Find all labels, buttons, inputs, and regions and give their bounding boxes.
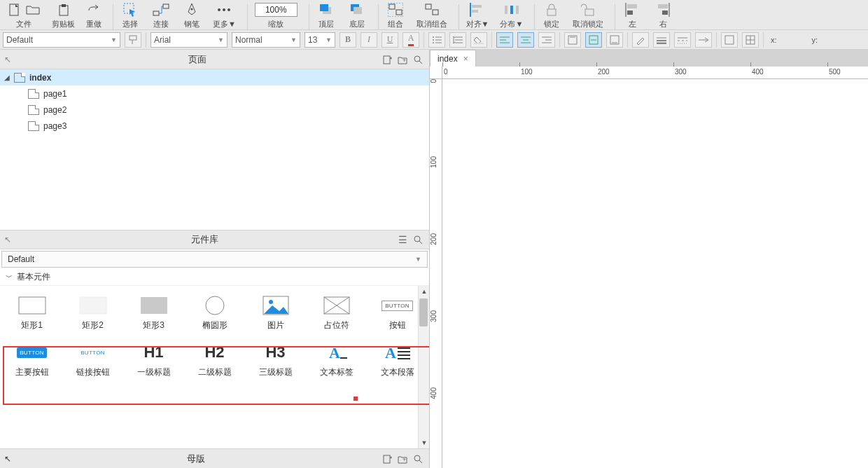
widget-placeholder[interactable]: 占位符 bbox=[306, 291, 367, 338]
widget-text-label[interactable]: A文本标签 bbox=[306, 338, 367, 385]
redo-group[interactable]: 重做 bbox=[83, 1, 104, 29]
ruler-horizontal: 0 100 200 300 400 500 bbox=[442, 67, 868, 79]
back-label: 底层 bbox=[349, 19, 365, 29]
library-scrollbar[interactable]: ▲ ▼ bbox=[418, 286, 429, 448]
lock-group[interactable]: 锁定 bbox=[539, 1, 564, 29]
close-tab-icon[interactable]: × bbox=[463, 54, 468, 64]
text-align-left-button[interactable] bbox=[496, 32, 513, 48]
pages-tree: ◢ index page1 page2 page3 bbox=[0, 69, 429, 230]
lock-icon bbox=[542, 1, 561, 18]
collapse-icon[interactable]: ↖ bbox=[4, 235, 14, 245]
widget-ellipse[interactable]: 椭圆形 bbox=[184, 291, 245, 338]
widget-rect3[interactable]: 矩形3 bbox=[123, 291, 184, 338]
canvas-tab-index[interactable]: index × bbox=[430, 50, 476, 67]
align-label: 对齐▼ bbox=[466, 19, 489, 29]
add-page-button[interactable] bbox=[380, 53, 394, 67]
fill-color-button[interactable] bbox=[470, 32, 487, 48]
connect-group[interactable]: 连接 bbox=[148, 1, 174, 29]
outer-border-button[interactable] bbox=[721, 32, 738, 48]
svg-rect-24 bbox=[516, 6, 519, 14]
back-group[interactable]: 底层 bbox=[344, 1, 370, 29]
text-align-right-button[interactable] bbox=[538, 32, 555, 48]
collapse-icon[interactable]: ↖ bbox=[4, 454, 11, 464]
inner-border-button[interactable] bbox=[742, 32, 759, 48]
widget-primary-button[interactable]: BUTTON主要按钮 bbox=[1, 338, 62, 385]
library-preset-select[interactable]: Default▼ bbox=[1, 251, 428, 268]
svg-text:A: A bbox=[385, 344, 396, 361]
page-label: page3 bbox=[43, 121, 66, 131]
more-group[interactable]: 更多▼ bbox=[210, 1, 239, 29]
widget-link-button[interactable]: BUTTON链接按钮 bbox=[62, 338, 123, 385]
library-grid: 矩形1 矩形2 矩形3 椭圆形 图片 占位符 BUTTON按钮 BUTTON主要… bbox=[0, 286, 429, 391]
valign-bottom-button[interactable] bbox=[606, 32, 623, 48]
tree-toggle-icon[interactable]: ◢ bbox=[4, 74, 14, 81]
select-group[interactable]: 选择 bbox=[118, 1, 143, 29]
border-width-button[interactable] bbox=[653, 32, 670, 48]
ungroup-label: 取消组合 bbox=[416, 19, 447, 29]
group-group[interactable]: 组合 bbox=[383, 1, 408, 29]
border-style-button[interactable] bbox=[674, 32, 691, 48]
group-icon bbox=[386, 1, 405, 18]
text-align-center-button[interactable] bbox=[517, 32, 534, 48]
font-size-select[interactable]: 13▼ bbox=[304, 32, 335, 48]
valign-middle-button[interactable] bbox=[585, 32, 602, 48]
zoom-value[interactable]: 100% bbox=[255, 3, 298, 17]
page-row-page2[interactable]: page2 bbox=[0, 102, 429, 118]
widget-image[interactable]: 图片 bbox=[245, 291, 306, 338]
search-pages-button[interactable] bbox=[411, 53, 425, 67]
align-right-group[interactable]: 右 bbox=[650, 1, 676, 29]
page-row-page3[interactable]: page3 bbox=[0, 118, 429, 134]
page-row-page1[interactable]: page1 bbox=[0, 85, 429, 102]
collapse-icon[interactable]: ↖ bbox=[4, 55, 14, 64]
widget-rect1[interactable]: 矩形1 bbox=[1, 291, 62, 338]
unlock-group[interactable]: 取消锁定 bbox=[570, 1, 606, 29]
widget-rect2[interactable]: 矩形2 bbox=[62, 291, 123, 338]
widget-h3[interactable]: H3三级标题 bbox=[245, 338, 306, 385]
font-weight-select[interactable]: Normal▼ bbox=[232, 32, 300, 48]
add-master-button[interactable] bbox=[380, 452, 394, 466]
search-library-button[interactable] bbox=[411, 233, 425, 247]
zoom-group[interactable]: 100% 缩放 bbox=[252, 1, 300, 29]
add-folder-button[interactable]: + bbox=[396, 53, 410, 67]
search-master-button[interactable] bbox=[411, 452, 425, 466]
valign-top-button[interactable] bbox=[564, 32, 581, 48]
page-label: page1 bbox=[43, 89, 66, 99]
align-group[interactable]: 对齐▼ bbox=[463, 1, 492, 29]
library-menu-button[interactable]: ☰ bbox=[396, 233, 410, 247]
ungroup-group[interactable]: 取消组合 bbox=[414, 1, 450, 29]
distribute-label: 分布▼ bbox=[500, 19, 523, 29]
arrow-style-button[interactable] bbox=[695, 32, 712, 48]
scroll-down-icon[interactable]: ▼ bbox=[419, 437, 429, 448]
widget-h2[interactable]: H2二级标题 bbox=[184, 338, 245, 385]
scroll-thumb[interactable] bbox=[419, 298, 428, 326]
front-group[interactable]: 顶层 bbox=[314, 1, 339, 29]
bold-button[interactable]: B bbox=[340, 32, 356, 48]
italic-button[interactable]: I bbox=[360, 32, 377, 48]
border-color-button[interactable] bbox=[632, 32, 649, 48]
scroll-up-icon[interactable]: ▲ bbox=[419, 286, 429, 297]
text-color-button[interactable]: A bbox=[402, 32, 419, 48]
svg-point-81 bbox=[269, 300, 273, 304]
canvas-area[interactable] bbox=[442, 79, 868, 468]
svg-rect-28 bbox=[627, 11, 633, 15]
file-group[interactable]: 文件 bbox=[4, 1, 43, 29]
line-height-button[interactable] bbox=[449, 32, 466, 48]
pen-group[interactable]: 钢笔 bbox=[179, 1, 204, 29]
page-row-index[interactable]: ◢ index bbox=[0, 69, 429, 85]
ruler-vertical: 0 100 200 300 400 bbox=[430, 79, 442, 468]
library-panel-header: ↖ 元件库 ☰ bbox=[0, 230, 429, 249]
font-select[interactable]: Arial▼ bbox=[150, 32, 227, 48]
clipboard-group[interactable]: 剪贴板 bbox=[49, 1, 78, 29]
bullets-button[interactable] bbox=[428, 32, 445, 48]
library-section-basic[interactable]: ﹀基本元件 bbox=[0, 269, 429, 286]
distribute-group[interactable]: 分布▼ bbox=[497, 1, 526, 29]
add-master-folder-button[interactable]: + bbox=[396, 452, 410, 466]
redo-icon bbox=[86, 2, 102, 18]
style-painter-button[interactable] bbox=[125, 32, 141, 48]
align-left-group[interactable]: 左 bbox=[620, 1, 645, 29]
svg-point-79 bbox=[206, 296, 224, 315]
underline-button[interactable]: U bbox=[382, 32, 398, 48]
page-label: page2 bbox=[43, 105, 66, 115]
widget-h1[interactable]: H1一级标题 bbox=[123, 338, 184, 385]
style-preset-select[interactable]: Default▼ bbox=[3, 32, 120, 48]
